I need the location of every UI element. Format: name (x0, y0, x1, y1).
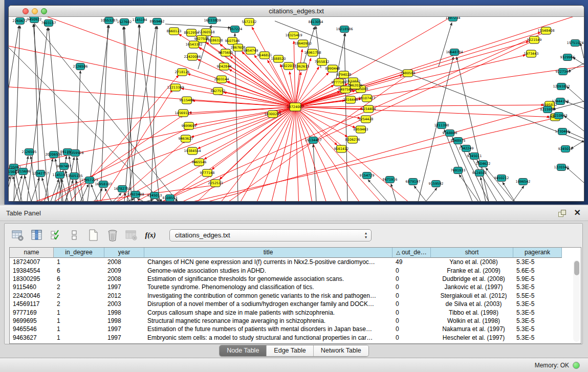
node-label: 18724007 (287, 105, 303, 109)
table-panel-header: Table Panel ✕ (0, 206, 588, 221)
node-label: 7857224 (228, 27, 243, 31)
table-vertical-scrollbar[interactable] (573, 260, 580, 342)
citation-edge (295, 55, 526, 107)
scrollbar-thumb[interactable] (574, 261, 579, 275)
column-header-in_degree[interactable]: in_degree (54, 248, 104, 258)
node-label: 8186328 (208, 38, 223, 42)
cell-name: 22420046 (10, 292, 54, 299)
table-body: 1872400712008Changes of HCN gene express… (10, 258, 581, 342)
node-label: 16543382 (185, 42, 202, 47)
cell-title: Structural magnetic resonance image aver… (144, 317, 393, 324)
node-label: 1597234 (446, 17, 461, 20)
column-header-out_de[interactable]: △out_de… (393, 248, 431, 258)
cell-year: 1998 (104, 317, 144, 324)
edge (456, 57, 489, 201)
tab-edge-table[interactable]: Edge Table (266, 345, 313, 356)
table-row[interactable]: 2242004622012Investigating the contribut… (10, 292, 581, 300)
edge (145, 200, 154, 201)
table-panel-body: f(x) citations_edges.txt ▴▾ namein_degre… (4, 223, 583, 344)
node-label: 9154729 (360, 173, 375, 178)
table-row[interactable]: 977716911998Corpus callosum shape and si… (10, 308, 581, 316)
node-label: 15751074 (567, 41, 583, 45)
cell-out_de: 49 (393, 258, 431, 266)
edge (513, 186, 524, 201)
edge (100, 25, 108, 201)
network-window-titlebar[interactable]: citations_edges.txt (9, 6, 584, 17)
table-toolbar: f(x) citations_edges.txt ▴▾ (11, 226, 372, 245)
table-row[interactable]: 911546021997Tourette syndrome. Phenomeno… (10, 283, 581, 291)
edge (459, 174, 478, 201)
node-label: 1362615 (295, 64, 310, 69)
edge (65, 180, 73, 201)
cell-title: Estimation of significance thresholds fo… (144, 275, 393, 282)
node-label: 8959463 (354, 127, 368, 132)
cell-title: Disruption of a novel member of a sodium… (144, 300, 393, 308)
node-label: 1145193 (53, 173, 68, 177)
table-selector-dropdown[interactable]: citations_edges.txt ▴▾ (169, 229, 372, 242)
node-label: 6879197 (406, 180, 421, 184)
tab-network-table[interactable]: Network Table (313, 345, 368, 356)
column-header-title[interactable]: title (144, 248, 393, 258)
close-panel-icon[interactable]: ✕ (574, 208, 581, 218)
edge (91, 184, 98, 201)
table-row[interactable]: 946554611997Estimation of the future num… (10, 325, 581, 333)
node-label: 2126505 (22, 150, 37, 154)
node-label: 7955812 (315, 60, 330, 64)
node-label: 16033809 (204, 18, 221, 23)
cell-pagerank: 5.3E-5 (513, 325, 562, 333)
table-row[interactable]: 1456911722003Disruption of a novel membe… (10, 300, 581, 308)
cell-year: 2008 (104, 275, 144, 282)
column-header-name[interactable]: name (10, 248, 54, 258)
cell-name: 18724007 (10, 258, 54, 266)
network-view-window: citations_edges.txt 18724007866012389129… (8, 5, 584, 202)
node-label: 8959462 (150, 19, 165, 24)
cell-in_degree: 6 (54, 267, 104, 274)
dropdown-spinner-icon: ▴▾ (365, 231, 367, 239)
citation-edge (295, 107, 550, 117)
toggle-panel-icon[interactable] (68, 228, 82, 243)
edge (9, 171, 13, 201)
table-row[interactable]: 1872400712008Changes of HCN gene express… (10, 258, 581, 266)
cell-pagerank: 5.3E-5 (513, 309, 562, 316)
desktop-left-strip (0, 0, 5, 205)
float-panel-icon[interactable] (558, 210, 565, 217)
cell-name: 14569117 (10, 300, 54, 308)
cell-out_de: 0 (393, 283, 431, 291)
column-header-year[interactable]: year (104, 248, 144, 258)
table-mode-icon[interactable] (11, 228, 25, 243)
cell-short: Yano et al. (2008) (431, 258, 513, 266)
edge (567, 86, 584, 102)
node-label: 2803144 (214, 77, 229, 81)
memory-status-indicator[interactable] (573, 362, 580, 369)
select-rows-icon[interactable] (49, 228, 63, 243)
cell-in_degree: 6 (54, 275, 104, 282)
node-label: 9245013 (147, 193, 162, 198)
tab-node-table[interactable]: Node Table (220, 345, 266, 356)
node-label: 5572312 (242, 20, 257, 24)
table-row[interactable]: 946362711997Embryonic stem cells: a mode… (10, 334, 581, 342)
edge (344, 33, 347, 201)
edge (568, 132, 584, 139)
cell-year: 2009 (104, 267, 144, 274)
column-header-short[interactable]: short (431, 248, 513, 258)
node-label: 22420046 (184, 55, 201, 59)
delete-column-icon[interactable] (105, 228, 120, 243)
network-graph-canvas[interactable]: 1872400786601238912954222605589827508818… (9, 17, 584, 201)
table-row[interactable]: 1830029562008Estimation of significance … (10, 275, 581, 283)
table-row[interactable]: 1938455462009Genome-wide association stu… (10, 266, 581, 274)
node-label: 17359928 (67, 151, 83, 155)
delete-table-icon[interactable] (124, 228, 139, 243)
create-column-icon[interactable] (86, 228, 101, 243)
node-label: 9827508 (194, 37, 209, 41)
column-header-pagerank[interactable]: pagerank (513, 248, 562, 258)
node-label: 8215958 (540, 107, 555, 112)
table-row[interactable]: 969969511998Structural magnetic resonanc… (10, 317, 581, 325)
function-builder-icon[interactable]: f(x) (143, 228, 158, 243)
cell-year: 1997 (104, 325, 144, 333)
show-columns-icon[interactable] (30, 228, 44, 243)
node-label: 8990448 (325, 67, 340, 71)
cell-year: 1997 (104, 334, 144, 341)
node-label: 9168808 (443, 131, 458, 135)
node-label: 14569117 (175, 111, 191, 115)
node-label: 8322037 (281, 64, 296, 68)
